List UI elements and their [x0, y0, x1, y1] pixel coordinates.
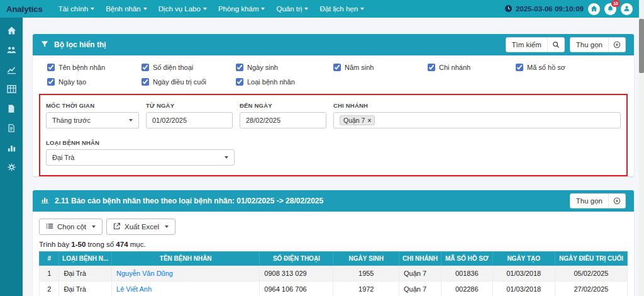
results-summary: Trình bày 1-50 trong số 474 mục. [39, 241, 628, 248]
checkbox-loai-benh-nhan[interactable]: Loại bệnh nhân [236, 78, 333, 86]
patient-name-link[interactable]: Lê Viết Anh [116, 285, 152, 293]
user-button[interactable] [621, 3, 633, 15]
cell-record-id: 002286 [441, 282, 492, 296]
home-icon [591, 4, 597, 14]
clock-icon [504, 4, 513, 14]
nav-item-label: Quản trị [276, 5, 302, 13]
checkbox-input[interactable] [142, 78, 149, 86]
checkbox-input[interactable] [236, 64, 243, 71]
home-button[interactable] [588, 3, 600, 15]
search-button[interactable]: Tìm kiếm [506, 37, 565, 52]
sidebar-invoices-icon[interactable] [6, 123, 16, 133]
col-created-date[interactable]: NGÀY TẠO [492, 252, 555, 266]
col-branch[interactable]: CHI NHÁNH [399, 252, 441, 266]
checkbox-input[interactable] [428, 64, 435, 71]
col-patient-type[interactable]: LOẠI BỆNH N... [59, 252, 112, 266]
filter-fields-row-2: LOẠI BỆNH NHÂN Đại Trà [46, 139, 621, 166]
collapse-button-label: Thu gọn [570, 38, 608, 52]
sidebar-patients-icon[interactable] [6, 45, 16, 55]
col-patient-name[interactable]: TÊN BỆNH NHÂN [112, 252, 260, 266]
chart-icon [41, 196, 49, 206]
nav-item-dat-lich-hen[interactable]: Đặt lịch hẹn [319, 5, 364, 13]
cell-created-date: 01/03/2018 [492, 266, 555, 282]
summary-suffix: mục. [128, 241, 146, 248]
user-icon [623, 4, 630, 14]
export-excel-button[interactable]: Xuất Excel [106, 219, 175, 235]
checkbox-input[interactable] [47, 78, 55, 86]
checkbox-input[interactable] [142, 64, 149, 71]
col-birth-year[interactable]: NGÀY SINH [333, 252, 399, 266]
time-range-select[interactable]: Tháng trước [46, 112, 139, 128]
navbar-right: 2025-03-06 09:10:09 10 [504, 3, 633, 15]
sidebar-home-icon[interactable] [6, 25, 16, 35]
report-collapse-button[interactable]: Thu gọn [570, 193, 626, 208]
checkbox-input[interactable] [516, 64, 523, 71]
checkbox-chi-nhanh[interactable]: Chi nhánh [428, 64, 516, 71]
sidebar-reports-icon[interactable] [6, 142, 16, 152]
cell-phone: 0964 106 706 [260, 282, 333, 296]
patient-type-select[interactable]: Đại Trà [46, 149, 235, 166]
page-scrollbar[interactable] [639, 0, 644, 296]
branch-tag-label: Quận 7 [343, 117, 365, 124]
nav-item-benh-nhan[interactable]: Bệnh nhân [106, 5, 147, 13]
chevron-down-icon [304, 8, 308, 10]
column-checkboxes: Tên bệnh nhân Số điện thoại Ngày sinh Nă… [33, 55, 634, 91]
checkbox-so-dien-thoai[interactable]: Số điện thoại [142, 64, 236, 71]
field-label: LOẠI BỆNH NHÂN [46, 139, 235, 146]
checkbox-label: Ngày sinh [247, 64, 278, 71]
sidebar-schedule-icon[interactable] [6, 84, 16, 94]
chevron-down-icon [129, 119, 133, 122]
datetime-display: 2025-03-06 09:10:09 [504, 4, 584, 14]
to-date-input[interactable]: 28/02/2025 [240, 112, 326, 128]
from-date-input[interactable]: 01/02/2025 [146, 112, 233, 128]
checkbox-ngay-dieu-tri-cuoi[interactable]: Ngày điều trị cuối [142, 78, 236, 86]
chevron-down-icon [92, 225, 96, 228]
app-brand[interactable]: Analytics [6, 4, 43, 14]
checkbox-ngay-sinh[interactable]: Ngày sinh [236, 64, 333, 71]
filter-header-tools: Tìm kiếm Thu gọn [506, 37, 626, 52]
chevron-down-icon [165, 225, 169, 228]
field-label: MỐC THỜI GIAN [46, 102, 139, 109]
datetime-text: 2025-03-06 09:10:09 [516, 5, 584, 13]
report-header-tools: Thu gọn [570, 193, 626, 208]
choose-columns-button[interactable]: Chọn cột [39, 219, 103, 235]
checkbox-ten-benh-nhan[interactable]: Tên bệnh nhân [47, 64, 142, 71]
cell-patient-name: Lê Viết Anh [112, 282, 260, 296]
patient-name-link[interactable]: Nguyễn Văn Dũng [116, 270, 173, 277]
col-record-id[interactable]: MÃ SỐ HỒ SƠ [441, 252, 492, 266]
nav-item-label: Dịch vụ Labo [158, 5, 201, 13]
remove-tag-icon[interactable]: × [367, 117, 371, 124]
branch-input[interactable]: Quận 7 × [333, 112, 621, 128]
col-last-treatment[interactable]: NGÀY ĐIỀU TRỊ CUỐI [555, 252, 627, 266]
notifications-button[interactable]: 10 [604, 3, 616, 15]
checkbox-input[interactable] [333, 64, 341, 71]
search-button-label: Tìm kiếm [506, 38, 547, 52]
sidebar-settings-icon[interactable] [6, 162, 16, 172]
col-index[interactable]: # [40, 252, 59, 266]
table-header-row: # LOẠI BỆNH N... TÊN BỆNH NHÂN SỐ ĐIỆN T… [40, 252, 628, 266]
scrollbar-thumb[interactable] [639, 19, 644, 73]
checkbox-nam-sinh[interactable]: Năm sinh [333, 64, 428, 71]
main-content: Bộ lọc hiển thị Tìm kiếm Thu gọn Tên bện… [23, 18, 639, 296]
export-excel-label: Xuất Excel [125, 223, 159, 231]
nav-item-phong-kham[interactable]: Phòng khám [218, 5, 265, 13]
nav-item-dich-vu-labo[interactable]: Dịch vụ Labo [158, 5, 207, 13]
filter-collapse-button[interactable]: Thu gọn [570, 37, 626, 52]
checkbox-input[interactable] [236, 78, 243, 86]
checkbox-input[interactable] [47, 64, 55, 71]
field-label: ĐẾN NGÀY [240, 102, 326, 109]
report-panel-header: 2.11 Báo cáo bệnh nhân theo theo loại bệ… [33, 190, 634, 212]
field-label: CHI NHÁNH [333, 102, 621, 109]
checkbox-ma-so-ho-so[interactable]: Mã số hồ sơ [516, 64, 628, 71]
nav-item-tai-chinh[interactable]: Tài chính [58, 5, 94, 13]
nav-item-quan-tri[interactable]: Quản trị [276, 5, 308, 13]
sidebar-analytics-icon[interactable] [6, 64, 16, 74]
nav-item-label: Đặt lịch hẹn [319, 5, 358, 13]
cell-patient-type: Đại Trà [59, 282, 112, 296]
col-phone[interactable]: SỐ ĐIỆN THOẠI [260, 252, 333, 266]
checkbox-ngay-tao[interactable]: Ngày tạo [47, 78, 142, 86]
filter-panel: Bộ lọc hiển thị Tìm kiếm Thu gọn Tên bện… [33, 34, 634, 176]
sidebar-records-icon[interactable] [6, 103, 16, 113]
cell-birth-year: 1972 [333, 282, 399, 296]
cell-record-id: 001836 [441, 266, 492, 282]
